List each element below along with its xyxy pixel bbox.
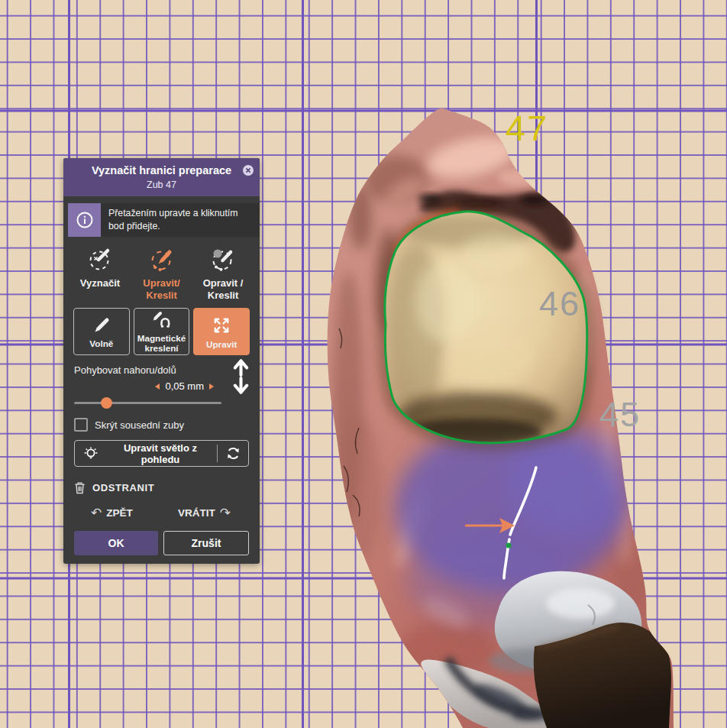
adjust-light-button[interactable]: Upravit světlo z pohledu xyxy=(74,440,249,467)
tool-edit[interactable]: Upravit xyxy=(193,308,250,355)
remove-label: ODSTRANIT xyxy=(92,482,154,493)
hide-adjacent-teeth-row[interactable]: Skrýt sousední zuby xyxy=(63,408,260,432)
tool-free-draw[interactable]: Volně xyxy=(73,308,130,355)
adjust-light-label: Upravit světlo z pohledu xyxy=(104,442,217,465)
trash-icon xyxy=(74,481,86,494)
pencil-draw-icon xyxy=(149,247,175,273)
move-label: Pohybovat nahoru/dolů xyxy=(74,364,249,376)
dialog-title: Vyznačit hranici preparace xyxy=(83,163,240,177)
magnetic-pencil-icon xyxy=(151,310,173,330)
wand-select-icon xyxy=(87,247,113,273)
wand-fix-icon xyxy=(210,247,236,273)
slider-track[interactable] xyxy=(74,402,221,404)
tool-magnetic-draw[interactable]: Magnetické kreslení xyxy=(134,308,190,355)
boundary-point xyxy=(506,543,512,548)
app-root: { "panel": { "title": "Vyznačit hranici … xyxy=(0,0,727,728)
pencil-icon xyxy=(92,315,111,335)
undo-button[interactable]: ↶ ZPĚT xyxy=(91,506,133,519)
move-up-down-arrows-icon[interactable] xyxy=(231,356,251,400)
dialog-actions: OK Zrušit xyxy=(74,531,249,555)
tooth-label-45: 45 xyxy=(599,395,641,434)
ok-button[interactable]: OK xyxy=(74,531,158,555)
undo-redo-row: ↶ ZPĚT VRÁTIT ↷ xyxy=(91,506,231,519)
undo-label: ZPĚT xyxy=(106,507,133,519)
mode-selector: Vyznačit Upravit/ Kreslit Opravit / Kres… xyxy=(63,237,260,304)
slider-thumb[interactable] xyxy=(101,397,112,409)
refresh-light-icon[interactable] xyxy=(218,445,248,461)
move-up-down-section: Pohybovat nahoru/dolů 0,05 mm xyxy=(63,355,260,408)
redo-button[interactable]: VRÁTIT ↷ xyxy=(178,506,231,519)
remove-boundary-button[interactable]: ODSTRANIT xyxy=(74,481,249,494)
decrease-step-icon[interactable] xyxy=(155,383,160,390)
hide-adjacent-teeth-checkbox[interactable] xyxy=(74,418,88,432)
undo-icon: ↶ xyxy=(91,506,102,519)
redo-label: VRÁTIT xyxy=(178,507,215,519)
info-banner: Přetažením upravte a kliknutím bod přide… xyxy=(68,203,260,237)
step-value: 0,05 mm xyxy=(165,380,204,392)
dialog-subtitle: Zub 47 xyxy=(83,180,240,190)
mode-select[interactable]: Vyznačit xyxy=(71,247,129,301)
dialog-header: Vyznačit hranici preparace Zub 47 xyxy=(63,158,260,196)
info-text: Přetažením upravte a kliknutím bod přide… xyxy=(101,203,260,237)
hide-adjacent-teeth-label: Skrýt sousední zuby xyxy=(95,419,184,431)
draw-tool-buttons: Volně Magnetické kreslení Upravit xyxy=(63,304,260,355)
cancel-button[interactable]: Zrušit xyxy=(163,531,249,555)
close-icon[interactable] xyxy=(242,164,254,176)
expand-arrows-icon xyxy=(210,315,233,336)
step-value-row: 0,05 mm xyxy=(74,380,214,392)
lightbulb-icon xyxy=(75,445,104,462)
mode-edit-draw[interactable]: Upravit/ Kreslit xyxy=(133,247,191,301)
redo-icon: ↷ xyxy=(220,506,231,519)
increase-step-icon[interactable] xyxy=(209,383,214,390)
mark-preparation-dialog: Vyznačit hranici preparace Zub 47 Přetaž… xyxy=(63,158,260,564)
info-icon xyxy=(68,203,101,237)
tooth-label-47: 47 xyxy=(506,108,548,148)
move-slider[interactable] xyxy=(74,397,221,408)
tooth-label-46: 46 xyxy=(539,284,580,323)
mode-fix-draw[interactable]: Opravit / Kreslit xyxy=(194,247,252,301)
